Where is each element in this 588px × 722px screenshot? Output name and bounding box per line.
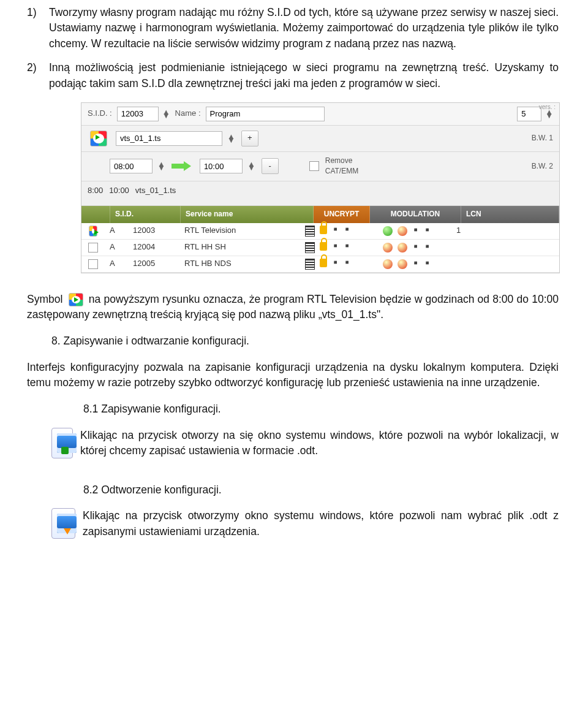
numbered-list: 1) Tworzymy własny program nadając mu ró… — [27, 5, 559, 91]
row-checkbox[interactable] — [88, 259, 98, 269]
time-from-spinner-icon[interactable]: ▲▼ — [157, 162, 165, 170]
media-play-icon — [69, 293, 83, 306]
sid-spinner-icon[interactable]: ▲▼ — [162, 110, 170, 118]
time-to-input[interactable] — [200, 159, 243, 173]
list-body-2: Inną możliwością jest podmienianie istni… — [49, 60, 559, 91]
status-dot-icon — [398, 259, 407, 269]
film-icon — [305, 242, 315, 253]
arrow-right-icon — [172, 161, 194, 171]
sid-label: S.I.D. : — [88, 108, 112, 120]
cell-service-name: RTL HB NDS — [179, 258, 293, 270]
cell-service-name: RTL Television — [179, 225, 293, 237]
cell-sid: 12005 — [128, 258, 179, 270]
dot-icon: ◾ — [412, 226, 419, 236]
list-marker-2: 2) — [27, 60, 49, 91]
th-sid: S.I.D. — [110, 206, 181, 223]
symbol-paragraph: Symbol na powyższym rysunku oznacza, że … — [27, 292, 559, 323]
dot-icon: ◾ — [424, 243, 431, 253]
remove-time-button[interactable]: - — [262, 158, 279, 174]
schedule-from: 8:00 — [88, 185, 103, 197]
table-row[interactable]: A12005RTL HB NDS◾◾◾◾ — [81, 256, 559, 273]
name-input[interactable] — [206, 107, 325, 121]
schedule-file: vts_01_1.ts — [135, 185, 176, 197]
film-icon — [305, 226, 315, 237]
th-modulation: MODULATION — [370, 206, 461, 223]
media-play-icon — [90, 131, 107, 146]
th-service-name: Service name — [181, 206, 314, 223]
heading-8-1: 8.1 Zapisywanie konfiguracji. — [83, 401, 559, 417]
cell-group: A — [105, 225, 128, 237]
dot-icon: ◾ — [332, 226, 339, 237]
schedule-to: 10:00 — [109, 185, 129, 197]
list-marker-1: 1) — [27, 5, 49, 51]
dot-icon: ◾ — [332, 259, 339, 270]
cell-sid: 12004 — [128, 241, 179, 253]
add-file-button[interactable]: + — [241, 131, 258, 146]
cell-sid: 12003 — [128, 225, 179, 237]
status-dot-icon — [383, 259, 393, 269]
cell-service-name: RTL HH SH — [179, 241, 293, 253]
bw1-label: B.W. 1 — [532, 133, 553, 143]
paragraph-8: Interfejs konfiguracyjny pozwala na zapi… — [27, 360, 559, 391]
heading-8-2: 8.2 Odtworzenie konfiguracji. — [83, 482, 559, 498]
table-header: S.I.D. Service name UNCRYPT MODULATION L… — [81, 206, 559, 223]
dot-icon: ◾ — [424, 226, 431, 236]
list-body-1: Tworzymy własny program nadając mu różny… — [49, 5, 559, 51]
dot-icon: ◾ — [344, 259, 350, 270]
dot-icon: ◾ — [344, 242, 350, 253]
remove-catemm-checkbox[interactable] — [309, 161, 319, 171]
status-dot-icon — [398, 226, 407, 236]
dot-icon: ◾ — [412, 243, 419, 253]
heading-8: 8. Zapisywanie i odtwarzanie konfiguracj… — [51, 333, 559, 349]
dot-icon: ◾ — [424, 259, 431, 269]
th-uncrypt: UNCRYPT — [314, 206, 370, 223]
paragraph-8-2: Klikając na przycisk otworzymy okno syst… — [83, 508, 559, 539]
sid-input[interactable] — [117, 107, 159, 121]
time-from-input[interactable] — [110, 159, 153, 173]
cell-lcn: 1 — [451, 225, 559, 237]
paragraph-8-1: Klikając na przycisk otworzy na się okno… — [80, 428, 559, 459]
remove-catemm-label: Remove CAT/EMM — [325, 156, 374, 177]
load-icon — [51, 508, 75, 539]
status-dot-icon — [383, 243, 393, 253]
dot-icon: ◾ — [412, 259, 419, 269]
file-input[interactable] — [116, 131, 222, 146]
time-to-spinner-icon[interactable]: ▲▼ — [247, 162, 255, 170]
program-editor-screenshot: vers. : S.I.D. : ▲▼ Name : ▲▼ ▲▼ + B.W. … — [81, 102, 560, 273]
cell-group: A — [105, 258, 128, 270]
file-spinner-icon[interactable]: ▲▼ — [227, 135, 235, 142]
name-label: Name : — [175, 108, 201, 120]
lock-icon — [320, 259, 327, 267]
save-icon — [51, 428, 73, 458]
media-play-icon — [89, 226, 97, 237]
row-checkbox[interactable] — [88, 243, 98, 253]
status-dot-icon — [383, 226, 393, 236]
film-icon — [305, 259, 315, 270]
table-row[interactable]: A12004RTL HH SH◾◾◾◾ — [81, 240, 559, 256]
version-label: vers. : — [539, 103, 556, 112]
dot-icon: ◾ — [344, 226, 350, 237]
status-dot-icon — [398, 243, 407, 253]
lock-icon — [320, 242, 327, 251]
th-lcn: LCN — [461, 206, 559, 223]
cell-group: A — [105, 241, 128, 253]
version-input[interactable] — [517, 107, 541, 121]
table-row[interactable]: A12003RTL Television◾◾◾◾1 — [81, 223, 559, 240]
lock-icon — [320, 226, 327, 234]
dot-icon: ◾ — [332, 242, 339, 253]
bw2-label: B.W. 2 — [532, 161, 553, 172]
